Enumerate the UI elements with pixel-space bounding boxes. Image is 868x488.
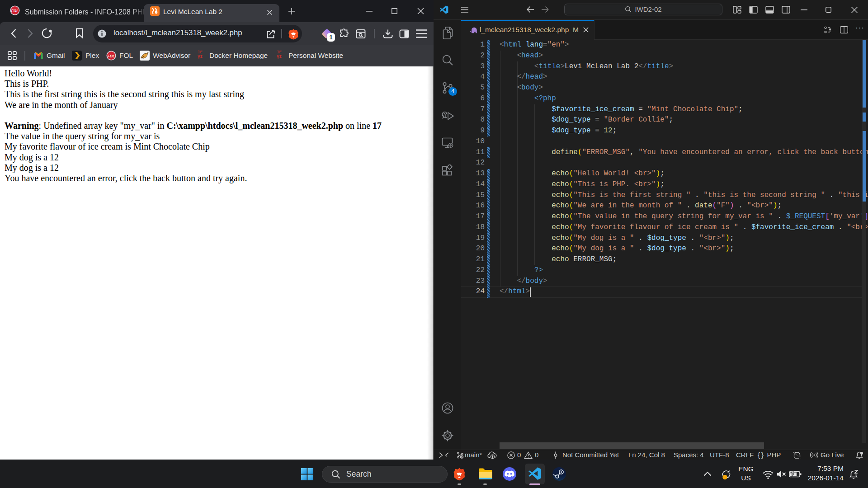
svg-text:FOL: FOL (11, 9, 19, 13)
svg-text:FOL: FOL (108, 54, 115, 58)
